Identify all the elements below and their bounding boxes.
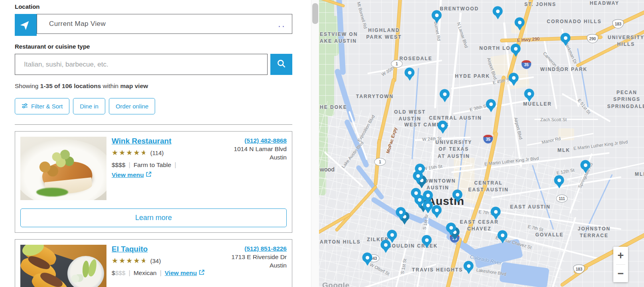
map-pin[interactable] <box>422 235 432 245</box>
map-road-label: Zach Scott St <box>540 117 567 122</box>
star-icon: ★ <box>141 257 148 265</box>
map-pin[interactable] <box>515 18 525 28</box>
map-pin[interactable] <box>486 99 496 109</box>
external-link-icon <box>146 171 152 179</box>
map-pin[interactable] <box>381 240 391 250</box>
results-scope: map view <box>120 83 148 89</box>
map-pin[interactable] <box>362 253 372 263</box>
star-icon: ★ <box>141 149 148 157</box>
map-water-shape <box>334 68 356 123</box>
separator: | <box>126 269 134 277</box>
order-online-button[interactable]: Order online <box>109 98 156 114</box>
map-pin[interactable] <box>561 33 571 43</box>
map-pin[interactable] <box>440 89 450 99</box>
map-pin[interactable] <box>524 89 534 99</box>
filter-sort-button[interactable]: Filter & Sort <box>15 98 69 114</box>
view-menu-link[interactable]: View menu <box>112 171 152 179</box>
location-input[interactable] <box>37 14 292 33</box>
price-cuisine-row: $$$$ | Farm to Table | <box>112 161 227 169</box>
map-area-label: HYDE PARK <box>455 73 490 80</box>
map-area-label: wood <box>320 165 335 174</box>
map-road-label: W 24th St <box>422 136 442 142</box>
route-shield: 290 <box>587 34 599 43</box>
separator: | <box>125 161 133 169</box>
route-shield: 35 <box>521 60 532 69</box>
map-hwy-shape <box>335 185 377 231</box>
map-area-label: ST. JOHNS <box>524 1 556 8</box>
zoom-in-button[interactable]: + <box>613 247 628 264</box>
map-pin[interactable] <box>413 171 423 181</box>
map-canvas[interactable]: BRENTWOODST. JOHNSHEADWAYCORONADO HILLSE… <box>319 0 644 287</box>
address-line1: 1713 E Riverside Dr <box>231 253 287 261</box>
filter-chips: Filter & Sort Dine in Order online <box>15 98 292 114</box>
address-line2: Austin <box>234 153 287 162</box>
cuisine-search-row <box>15 54 292 75</box>
map-area-label: EAST AUSTIN <box>510 204 551 210</box>
restaurant-photo <box>20 137 106 200</box>
star-icon: ★ <box>119 257 126 265</box>
map-pin[interactable] <box>509 73 519 83</box>
map-pin[interactable] <box>405 68 415 78</box>
address-line1: 1014 N Lamar Blvd <box>234 145 287 153</box>
map-pin[interactable] <box>491 207 501 217</box>
map-area-label: OLD WEST AUSTIN <box>394 109 425 123</box>
map-pin[interactable] <box>453 190 463 200</box>
map-pin[interactable] <box>554 175 564 185</box>
phone-link[interactable]: (512) 482-8868 <box>244 137 287 144</box>
map-hwy-shape <box>445 238 462 287</box>
map-road-label: MoPac Expy <box>385 127 398 154</box>
map-area-label: CENTRAL EAST AUSTIN <box>468 180 509 194</box>
map-pin[interactable] <box>446 223 456 233</box>
view-menu-link[interactable]: View menu <box>165 269 205 277</box>
scrollbar-thumb[interactable] <box>312 3 318 24</box>
star-icon: ★ <box>126 257 133 265</box>
map-hwy-shape <box>463 188 485 244</box>
location-row <box>15 14 292 36</box>
map-pin[interactable] <box>438 121 448 131</box>
map-pin[interactable] <box>423 191 433 201</box>
dine-in-button[interactable]: Dine in <box>73 98 105 114</box>
map-pin[interactable] <box>493 6 503 16</box>
map-area-label: ROSEDALE <box>400 55 433 62</box>
route-shield: 1 <box>391 60 403 68</box>
cuisine-search-input[interactable] <box>15 54 267 75</box>
star-icon: ★ <box>112 257 119 265</box>
map-area-label: UNIVERSITY OF TEXAS AT AUSTIN <box>435 139 472 160</box>
map-area-label: MLK <box>635 171 644 178</box>
map-road-label: Exposition Blvd <box>356 114 376 142</box>
map-pin[interactable] <box>387 230 397 240</box>
map-road-label: S 1st St <box>400 258 408 274</box>
map-pin[interactable] <box>581 160 591 170</box>
search-button[interactable] <box>270 54 292 75</box>
map-pin[interactable] <box>464 261 474 271</box>
map-area-label: BRENTWOOD <box>440 6 479 12</box>
map-area-label: TARRYTOWN <box>356 93 394 100</box>
map-pin[interactable] <box>498 230 508 240</box>
sliders-icon <box>22 103 28 110</box>
results-range: 1-35 of 106 locations <box>40 83 101 89</box>
price-level: $ <box>112 269 115 277</box>
map-pin[interactable] <box>511 44 521 54</box>
map-pin[interactable] <box>432 205 442 215</box>
search-icon <box>276 59 287 70</box>
map-area-label: JOHNSTON TERRACE <box>578 226 611 240</box>
map-road-label: Mt Bonnell Rd <box>356 1 368 29</box>
phone-link[interactable]: (512) 851-8226 <box>244 245 287 252</box>
use-current-location-button[interactable] <box>15 14 37 36</box>
map-road-label: E Martin Luther King Jr Blvd <box>573 140 628 151</box>
cuisine-label: Restaurant or cuisine type <box>15 43 292 50</box>
restaurant-name-link[interactable]: Wink Restaurant <box>112 137 171 145</box>
map-pin[interactable] <box>432 10 442 20</box>
map-road-label: Manor Rd <box>541 136 561 145</box>
price-level: $$$$ <box>112 161 125 169</box>
map-pin[interactable] <box>396 207 406 217</box>
map-road-label: E 7th St <box>528 224 544 232</box>
map-park-shape <box>319 0 334 116</box>
results-summary: Showing 1-35 of 106 locations within map… <box>15 83 292 90</box>
restaurant-name-link[interactable]: El Taquito <box>112 245 148 254</box>
panel-scrollbar <box>311 0 319 287</box>
zoom-out-button[interactable]: − <box>613 265 628 282</box>
map-water-shape <box>499 262 549 287</box>
navigation-arrow-icon <box>21 20 31 31</box>
learn-more-button[interactable]: Learn more <box>20 208 287 227</box>
